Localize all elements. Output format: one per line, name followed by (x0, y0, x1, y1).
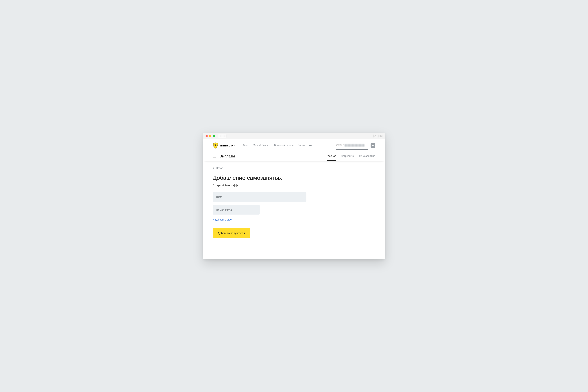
page-subtitle: С картой Тинькофф (213, 184, 375, 187)
company-selector[interactable]: ООО " … (336, 144, 368, 150)
nav-item-big-business[interactable]: Большой бизнес (274, 144, 294, 147)
nav-more-icon[interactable]: ⋯ (309, 144, 312, 147)
maximize-window-icon[interactable] (213, 135, 215, 137)
chevron-left-icon (213, 167, 215, 169)
brand-name: ТИНЬКОФФ (220, 144, 235, 147)
share-icon[interactable] (374, 134, 378, 138)
nav-item-small-business[interactable]: Малый бизнес (253, 144, 270, 147)
browser-nav-buttons (218, 134, 226, 138)
main-nav: Банк Малый бизнес Большой бизнес Касса ⋯ (243, 144, 312, 147)
tab-main[interactable]: Главное (326, 154, 336, 161)
main-content: Назад Добавление самозанятых С картой Ти… (203, 161, 385, 260)
tabs-icon[interactable] (378, 134, 382, 138)
top-right-controls: ООО " … (336, 144, 375, 148)
top-navigation: ТИНЬКОФФ Банк Малый бизнес Большой бизне… (203, 139, 385, 151)
browser-forward-button[interactable] (222, 134, 226, 138)
browser-chrome (203, 133, 385, 139)
hamburger-menu-icon[interactable] (213, 155, 216, 158)
add-more-button[interactable]: + Добавить еще (213, 218, 232, 221)
account-number-input[interactable] (213, 205, 260, 214)
company-prefix: ООО " (336, 144, 344, 147)
sub-tabs: Главное Сотрудники Самозанятые (326, 154, 375, 158)
add-recipient-button[interactable]: Добавить получателя (213, 228, 250, 238)
nav-item-kassa[interactable]: Касса (298, 144, 305, 147)
account-dropdown-button[interactable] (370, 144, 375, 148)
svg-rect-1 (380, 136, 381, 137)
back-label: Назад (216, 167, 223, 170)
browser-right-controls (374, 134, 382, 138)
close-window-icon[interactable] (206, 135, 208, 137)
svg-rect-3 (215, 144, 216, 146)
browser-window: ТИНЬКОФФ Банк Малый бизнес Большой бизне… (203, 133, 385, 260)
shield-icon (213, 142, 218, 148)
company-name-redacted (344, 144, 364, 147)
tab-self-employed[interactable]: Самозанятые (359, 154, 375, 161)
full-name-input[interactable] (213, 192, 306, 202)
svg-rect-0 (380, 135, 381, 136)
brand-logo[interactable]: ТИНЬКОФФ (213, 142, 235, 148)
back-link[interactable]: Назад (213, 167, 375, 170)
page-title: Добавление самозанятых (213, 174, 375, 181)
page-body: ТИНЬКОФФ Банк Малый бизнес Большой бизне… (203, 139, 385, 260)
browser-back-button[interactable] (218, 134, 222, 138)
nav-item-bank[interactable]: Банк (243, 144, 248, 147)
company-suffix: … (366, 144, 368, 147)
window-controls (206, 135, 215, 137)
tab-employees[interactable]: Сотрудники (341, 154, 354, 161)
minimize-window-icon[interactable] (209, 135, 211, 137)
section-title: Выплаты (220, 154, 235, 158)
sub-navigation: Выплаты Главное Сотрудники Самозанятые (203, 151, 385, 161)
